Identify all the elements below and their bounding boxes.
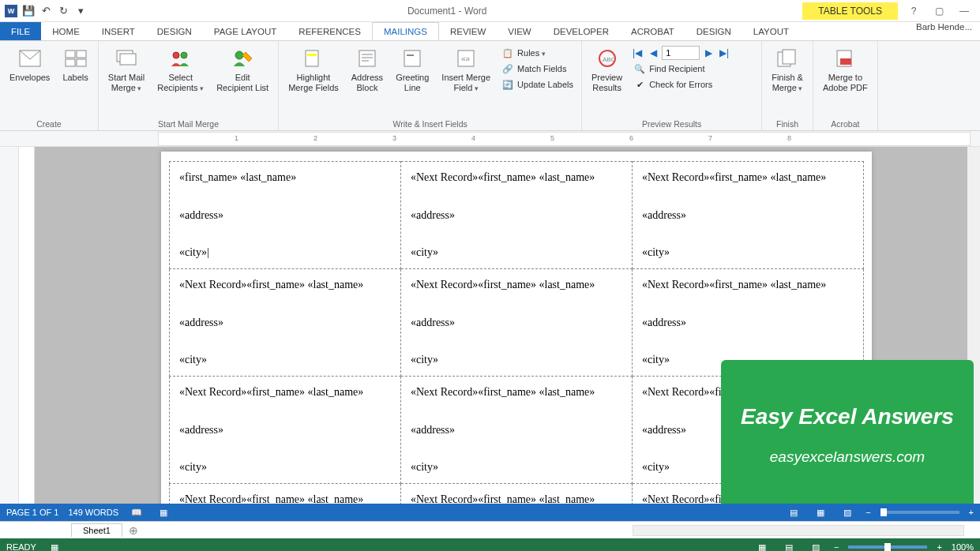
group-create-label: Create <box>5 118 93 129</box>
ruler-row: 1 2 3 4 5 6 7 8 <box>0 131 980 147</box>
label-cell[interactable]: «Next Record»«first_name» «last_name»«ad… <box>633 162 864 269</box>
tab-references[interactable]: REFERENCES <box>287 22 372 40</box>
label-cell[interactable]: «Next Record»«first_name» «last_name»«ad… <box>401 162 633 269</box>
match-fields-button[interactable]: 🔗Match Fields <box>498 62 576 76</box>
svg-rect-11 <box>307 54 317 56</box>
first-record-icon[interactable]: |◀ <box>630 46 644 60</box>
group-acrobat: Merge toAdobe PDF Acrobat <box>813 41 878 130</box>
next-record-icon[interactable]: ▶ <box>701 46 715 60</box>
label-cell[interactable]: «Next Record»«first_name» «last_name»«ad… <box>170 376 401 483</box>
finish-icon <box>775 46 800 71</box>
prev-record-icon[interactable]: ◀ <box>646 46 660 60</box>
redo-icon[interactable]: ↻ <box>55 3 71 19</box>
zoom-in-icon[interactable]: + <box>969 508 974 517</box>
preview-results-button[interactable]: ABC PreviewResults <box>587 44 627 95</box>
tab-insert[interactable]: INSERT <box>91 22 146 40</box>
record-number-input[interactable] <box>662 46 700 60</box>
window-title: Document1 - Word <box>92 6 802 17</box>
word-count[interactable]: 149 WORDS <box>68 508 118 517</box>
help-icon[interactable]: ? <box>904 3 923 19</box>
tab-file[interactable]: FILE <box>0 22 41 40</box>
normal-view-icon[interactable]: ▦ <box>753 540 771 551</box>
group-preview-label: Preview Results <box>587 118 757 129</box>
group-finish-label: Finish <box>767 118 808 129</box>
greeting-line-button[interactable]: GreetingLine <box>391 44 434 95</box>
finish-merge-button[interactable]: Finish &Merge <box>767 44 808 95</box>
tab-acrobat[interactable]: ACROBAT <box>620 22 685 40</box>
user-name[interactable]: Barb Hende... <box>908 22 980 40</box>
quick-access-toolbar: W 💾 ↶ ↻ ▾ <box>0 3 92 19</box>
horizontal-ruler[interactable]: 1 2 3 4 5 6 7 8 <box>158 132 971 146</box>
label-cell[interactable]: «Next Record»«first_name» «last_name»«ad… <box>401 376 633 483</box>
labels-button[interactable]: Labels <box>58 44 92 84</box>
horizontal-scrollbar[interactable] <box>633 525 964 536</box>
add-sheet-icon[interactable]: ⊕ <box>122 524 145 537</box>
check-errors-button[interactable]: ✔Check for Errors <box>630 77 757 92</box>
ribbon: Envelopes Labels Create Start MailMerge … <box>0 41 980 131</box>
group-create: Envelopes Labels Create <box>0 41 99 130</box>
tab-mailings[interactable]: MAILINGS <box>372 22 439 40</box>
preview-icon: ABC <box>595 46 620 71</box>
ribbon-tabs: FILE HOME INSERT DESIGN PAGE LAYOUT REFE… <box>0 22 980 41</box>
merge-to-pdf-button[interactable]: Merge toAdobe PDF <box>818 44 873 95</box>
tab-table-design[interactable]: DESIGN <box>685 22 742 40</box>
tab-design[interactable]: DESIGN <box>146 22 203 40</box>
svg-rect-25 <box>840 58 851 65</box>
envelope-icon <box>17 46 43 71</box>
tab-developer[interactable]: DEVELOPER <box>543 22 620 40</box>
document-area: «first_name» «last_name»«address»«city»|… <box>0 147 980 504</box>
print-layout-icon[interactable]: ▦ <box>812 505 829 519</box>
word-app-icon[interactable]: W <box>3 3 19 19</box>
insert-merge-field-button[interactable]: «» Insert MergeField <box>437 44 495 95</box>
table-tools-label: TABLE TOOLS <box>802 2 898 20</box>
excel-zoom-slider[interactable] <box>848 545 927 549</box>
label-cell[interactable]: «Next Record»«first_name» «last_name» <box>170 483 401 504</box>
excel-macro-icon[interactable]: ▦ <box>46 540 63 551</box>
update-labels-button[interactable]: 🔄Update Labels <box>498 77 576 92</box>
macro-icon[interactable]: ▦ <box>155 505 172 519</box>
sheet-tab[interactable]: Sheet1 <box>71 523 122 537</box>
ribbon-options-icon[interactable]: ▢ <box>929 3 948 19</box>
qat-dropdown-icon[interactable]: ▾ <box>73 3 88 19</box>
page-indicator[interactable]: PAGE 1 OF 1 <box>6 508 58 517</box>
read-mode-icon[interactable]: ▤ <box>785 505 802 519</box>
greeting-icon <box>400 46 425 71</box>
page-break-view-icon[interactable]: ▨ <box>807 540 824 551</box>
web-layout-icon[interactable]: ▨ <box>839 505 856 519</box>
save-icon[interactable]: 💾 <box>21 3 36 19</box>
minimize-icon[interactable]: — <box>955 3 974 19</box>
label-cell[interactable]: «Next Record»«first_name» «last_name»«ad… <box>170 268 401 376</box>
zoom-out-icon[interactable]: − <box>865 508 870 517</box>
excel-zoom-value[interactable]: 100% <box>952 542 974 551</box>
page-layout-view-icon[interactable]: ▤ <box>780 540 798 551</box>
envelopes-button[interactable]: Envelopes <box>5 44 54 84</box>
spellcheck-icon[interactable]: 📖 <box>128 505 145 519</box>
find-recipient-button[interactable]: 🔍Find Recipient <box>630 62 757 76</box>
last-record-icon[interactable]: ▶| <box>717 46 731 60</box>
undo-icon[interactable]: ↶ <box>38 3 54 19</box>
edit-recipient-list-button[interactable]: EditRecipient List <box>212 44 273 95</box>
tab-home[interactable]: HOME <box>41 22 91 40</box>
address-block-button[interactable]: AddressBlock <box>347 44 388 95</box>
excel-status-bar: READY ▦ ▦ ▤ ▨ − + 100% <box>0 538 980 551</box>
start-mail-merge-button[interactable]: Start MailMerge <box>103 44 149 95</box>
tab-review[interactable]: REVIEW <box>439 22 497 40</box>
svg-rect-23 <box>783 50 795 64</box>
excel-zoom-in-icon[interactable]: + <box>937 542 941 551</box>
excel-zoom-out-icon[interactable]: − <box>834 542 839 551</box>
tab-view[interactable]: VIEW <box>497 22 542 40</box>
tab-page-layout[interactable]: PAGE LAYOUT <box>203 22 287 40</box>
group-acrobat-label: Acrobat <box>818 118 873 129</box>
label-cell[interactable]: «Next Record»«first_name» «last_name»«ad… <box>401 268 633 376</box>
tab-table-layout[interactable]: LAYOUT <box>742 22 800 40</box>
rules-button[interactable]: 📋Rules <box>498 46 576 60</box>
find-icon: 🔍 <box>633 62 646 75</box>
label-cell[interactable]: «Next Record»«first_name» «last_name» <box>401 483 633 504</box>
zoom-slider[interactable] <box>880 511 959 514</box>
svg-rect-6 <box>120 54 136 65</box>
vertical-ruler[interactable] <box>19 147 35 504</box>
highlight-merge-fields-button[interactable]: HighlightMerge Fields <box>283 44 344 95</box>
select-recipients-button[interactable]: SelectRecipients <box>152 44 208 95</box>
label-cell[interactable]: «first_name» «last_name»«address»«city»| <box>170 162 401 269</box>
rules-icon: 📋 <box>501 47 514 59</box>
